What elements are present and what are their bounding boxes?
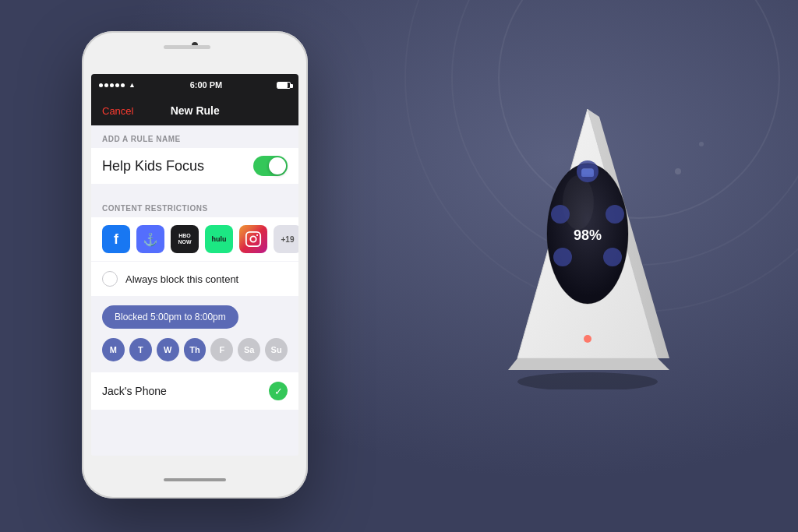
phone-device: ▲ 6:00 PM Cancel New Rule ADD A RULE NAM…	[82, 31, 308, 499]
signal-dot	[121, 83, 125, 87]
device-name: Jack's Phone	[102, 385, 167, 397]
svg-point-18	[603, 248, 622, 266]
phone-home-bar	[164, 478, 226, 481]
nav-bar: Cancel New Rule	[91, 96, 298, 125]
signal-dot	[104, 83, 108, 87]
apps-row[interactable]: f ⚓ HBONOW hulu +19 ›	[91, 217, 298, 261]
day-monday[interactable]: M	[102, 338, 125, 361]
battery-fill	[277, 83, 288, 88]
svg-point-16	[606, 205, 624, 224]
svg-rect-19	[581, 169, 594, 177]
phone-outer: ▲ 6:00 PM Cancel New Rule ADD A RULE NAM…	[82, 31, 308, 499]
time-block-pill[interactable]: Blocked 5:00pm to 8:00pm	[102, 305, 238, 329]
svg-point-17	[553, 248, 572, 266]
signal-dot	[110, 83, 114, 87]
app-hbo-icon[interactable]: HBONOW	[171, 225, 199, 253]
screen-content: ADD A RULE NAME Help Kids Focus CONTENT …	[91, 125, 298, 456]
app-anchor-icon[interactable]: ⚓	[136, 225, 164, 253]
signal-dots	[99, 83, 125, 87]
device-row[interactable]: Jack's Phone ✓	[91, 372, 298, 410]
battery-icon	[277, 82, 291, 89]
radio-button[interactable]	[102, 271, 118, 287]
device-checkmark-icon: ✓	[269, 382, 288, 400]
wifi-icon: ▲	[129, 81, 136, 89]
days-row: M T W Th F Sa Su	[91, 329, 298, 361]
svg-point-8	[256, 234, 258, 236]
day-friday[interactable]: F	[210, 338, 233, 361]
app-plus-icon[interactable]: +19	[274, 225, 298, 253]
day-saturday[interactable]: Sa	[238, 338, 260, 361]
router-svg: 98%	[478, 93, 697, 389]
svg-point-20	[584, 335, 591, 343]
svg-point-15	[551, 205, 570, 224]
svg-point-9	[517, 372, 658, 389]
app-instagram-icon[interactable]	[239, 225, 267, 253]
day-thursday[interactable]: Th	[184, 338, 207, 361]
content-restrictions-section: CONTENT RESTRICTIONS f ⚓ HBONOW hulu	[91, 195, 298, 296]
router-device: 98%	[478, 93, 697, 389]
status-right	[277, 82, 291, 89]
rule-name-label: ADD A RULE NAME	[91, 125, 298, 148]
toggle-knob	[269, 157, 286, 174]
signal-dot	[115, 83, 119, 87]
nav-title: New Rule	[171, 104, 220, 117]
svg-text:98%: 98%	[574, 227, 602, 243]
always-block-label: Always block this content	[125, 273, 238, 285]
status-time: 6:00 PM	[190, 80, 223, 90]
app-facebook-icon[interactable]: f	[102, 225, 130, 253]
svg-point-7	[250, 236, 256, 241]
app-hulu-icon[interactable]: hulu	[205, 225, 233, 253]
status-bar: ▲ 6:00 PM	[91, 74, 298, 96]
toggle-switch[interactable]	[253, 156, 288, 176]
day-sunday[interactable]: Su	[265, 338, 288, 361]
day-tuesday[interactable]: T	[129, 338, 152, 361]
phone-screen: ▲ 6:00 PM Cancel New Rule ADD A RULE NAM…	[91, 74, 298, 456]
day-wednesday[interactable]: W	[157, 338, 179, 361]
always-block-row[interactable]: Always block this content	[91, 262, 298, 296]
svg-point-11	[563, 175, 594, 230]
time-block-section: Blocked 5:00pm to 8:00pm	[91, 296, 298, 329]
signal-dot	[99, 83, 103, 87]
status-left: ▲	[99, 81, 136, 89]
phone-speaker	[164, 45, 210, 49]
svg-point-5	[699, 142, 704, 146]
rule-name-text[interactable]: Help Kids Focus	[102, 158, 204, 174]
cancel-button[interactable]: Cancel	[102, 105, 133, 117]
rule-name-row: Help Kids Focus	[91, 148, 298, 184]
content-restrictions-label: CONTENT RESTRICTIONS	[91, 195, 298, 217]
svg-rect-6	[246, 232, 260, 246]
